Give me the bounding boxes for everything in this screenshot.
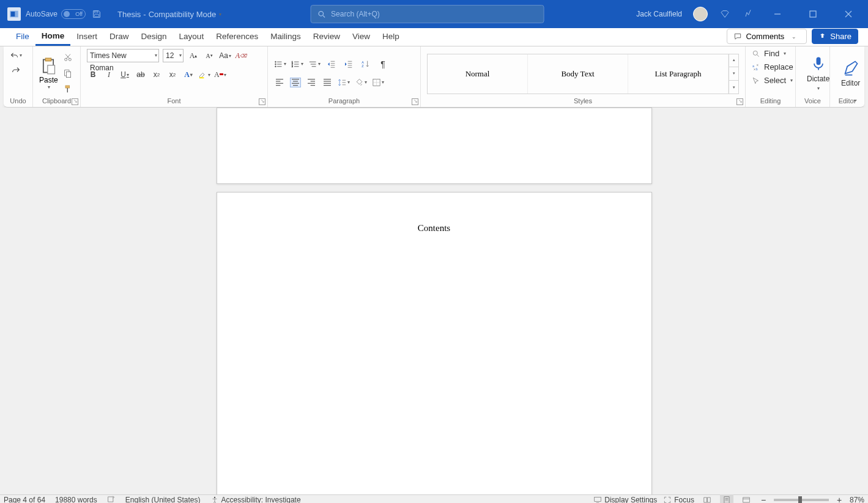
status-words[interactable]: 19880 words <box>55 496 97 503</box>
chevron-down-icon[interactable]: ▾ <box>817 86 820 91</box>
clipboard-dialog-launcher[interactable]: ↘ <box>72 98 78 105</box>
tab-insert[interactable]: Insert <box>70 28 103 46</box>
align-left-button[interactable] <box>274 78 285 87</box>
chevron-down-icon[interactable]: ▾ <box>318 61 321 67</box>
diamond-icon[interactable] <box>719 8 731 20</box>
paragraph-dialog-launcher[interactable]: ↘ <box>412 98 418 105</box>
tab-view[interactable]: View <box>346 28 376 46</box>
document-title[interactable]: Thesis - Compatibility Mode ▾ <box>117 10 221 19</box>
status-accessibility[interactable]: Accessibility: Investigate <box>210 496 301 503</box>
maximize-button[interactable] <box>801 5 825 23</box>
superscript-button[interactable]: x2 <box>166 68 179 81</box>
shrink-font-button[interactable]: A▾ <box>203 50 215 62</box>
close-button[interactable] <box>836 5 861 23</box>
line-spacing-button[interactable]: ▾ <box>338 76 350 89</box>
styles-gallery[interactable]: Normal Body Text List Paragraph ▴ ▾ ▾ <box>427 54 739 94</box>
chevron-down-icon[interactable]: ⌄ <box>788 34 800 40</box>
chevron-down-icon[interactable]: ▾ <box>790 78 793 83</box>
chevron-down-icon[interactable]: ▾ <box>179 50 182 62</box>
show-marks-button[interactable]: ¶ <box>377 58 389 70</box>
chevron-down-icon[interactable]: ▾ <box>301 61 303 67</box>
page-previous[interactable] <box>217 108 652 184</box>
justify-button[interactable] <box>322 78 333 87</box>
tab-layout[interactable]: Layout <box>173 28 210 46</box>
focus-mode-button[interactable]: Focus <box>663 496 694 503</box>
zoom-out-button[interactable]: − <box>759 495 768 503</box>
autosave-control[interactable]: AutoSave Off <box>26 9 86 19</box>
chevron-down-icon[interactable]: ▾ <box>784 51 786 56</box>
tab-mailings[interactable]: Mailings <box>264 28 307 46</box>
status-spellcheck-icon[interactable] <box>107 495 116 504</box>
paste-button[interactable]: Paste ▾ <box>39 56 58 90</box>
text-effects-button[interactable]: A▾ <box>182 68 195 81</box>
styles-dialog-launcher[interactable]: ↘ <box>736 98 743 105</box>
comments-button[interactable]: Comments ⌄ <box>727 29 807 44</box>
chevron-down-icon[interactable]: ▾ <box>155 50 157 62</box>
sort-button[interactable]: AZ <box>360 58 372 70</box>
collapse-ribbon-button[interactable]: ⌄ <box>852 95 858 103</box>
strikethrough-button[interactable]: ab <box>135 68 147 81</box>
zoom-in-button[interactable]: + <box>835 495 844 503</box>
chevron-down-icon[interactable]: ▾ <box>20 53 22 58</box>
share-button[interactable]: Share <box>812 29 858 44</box>
gallery-down-icon[interactable]: ▾ <box>729 67 738 81</box>
find-button[interactable]: Find▾ <box>752 49 786 58</box>
coming-soon-icon[interactable] <box>742 8 754 20</box>
undo-button[interactable]: ▾ <box>10 49 22 61</box>
autosave-toggle[interactable]: Off <box>61 9 86 19</box>
chevron-down-icon[interactable]: ▾ <box>224 72 226 78</box>
select-button[interactable]: Select▾ <box>752 76 793 85</box>
save-button[interactable] <box>91 8 103 20</box>
format-painter-button[interactable] <box>62 83 74 95</box>
status-page[interactable]: Page 4 of 64 <box>4 496 45 503</box>
redo-button[interactable] <box>10 64 22 76</box>
style-normal[interactable]: Normal <box>428 54 528 94</box>
highlight-button[interactable]: ▾ <box>198 68 210 81</box>
decrease-indent-button[interactable] <box>325 58 338 70</box>
contents-heading[interactable]: Contents <box>217 193 651 233</box>
chevron-down-icon[interactable]: ▾ <box>48 84 50 90</box>
borders-button[interactable]: ▾ <box>372 76 384 89</box>
tab-help[interactable]: Help <box>376 28 406 46</box>
font-color-button[interactable]: A▾ <box>214 68 226 81</box>
grow-font-button[interactable]: A▴ <box>187 50 199 62</box>
numbering-button[interactable]: 123▾ <box>291 58 303 70</box>
align-right-button[interactable] <box>306 78 317 87</box>
zoom-slider[interactable] <box>774 499 829 501</box>
zoom-thumb-icon[interactable] <box>798 496 802 503</box>
underline-button[interactable]: U▾ <box>119 68 131 81</box>
gallery-up-icon[interactable]: ▴ <box>729 54 738 67</box>
read-mode-button[interactable] <box>700 494 714 503</box>
tab-draw[interactable]: Draw <box>103 28 135 46</box>
chevron-down-icon[interactable]: ▾ <box>219 12 221 17</box>
search-input[interactable]: Search (Alt+Q) <box>310 5 544 23</box>
increase-indent-button[interactable] <box>343 58 355 70</box>
font-name-combo[interactable]: Times New Roman▾ <box>87 49 159 62</box>
style-body-text[interactable]: Body Text <box>528 54 628 94</box>
chevron-down-icon[interactable]: ▾ <box>208 72 210 78</box>
chevron-down-icon[interactable]: ▾ <box>190 72 193 78</box>
gallery-more-icon[interactable]: ▾ <box>729 81 738 94</box>
change-case-button[interactable]: Aa▾ <box>219 50 231 62</box>
multilevel-list-button[interactable]: ▾ <box>308 58 321 70</box>
clear-formatting-button[interactable]: A⌫ <box>235 50 247 62</box>
tab-design[interactable]: Design <box>135 28 173 46</box>
subscript-button[interactable]: x2 <box>150 68 163 81</box>
web-layout-button[interactable] <box>740 494 753 503</box>
chevron-down-icon[interactable]: ▾ <box>347 79 350 85</box>
editor-button[interactable]: Editor <box>836 58 865 89</box>
tab-review[interactable]: Review <box>307 28 346 46</box>
chevron-down-icon[interactable]: ▾ <box>127 72 129 78</box>
cut-button[interactable] <box>62 51 74 64</box>
copy-button[interactable] <box>62 67 74 79</box>
gallery-scroll[interactable]: ▴ ▾ ▾ <box>729 54 738 94</box>
tab-home[interactable]: Home <box>35 28 71 46</box>
style-list-paragraph[interactable]: List Paragraph <box>628 54 729 94</box>
bullets-button[interactable]: ▾ <box>274 58 286 70</box>
page-current[interactable]: Contents <box>217 192 652 494</box>
status-language[interactable]: English (United States) <box>125 496 201 503</box>
display-settings-button[interactable]: Display Settings <box>593 496 657 503</box>
tab-file[interactable]: File <box>10 28 35 46</box>
replace-button[interactable]: abReplace <box>752 62 793 72</box>
align-center-button[interactable] <box>290 78 301 87</box>
